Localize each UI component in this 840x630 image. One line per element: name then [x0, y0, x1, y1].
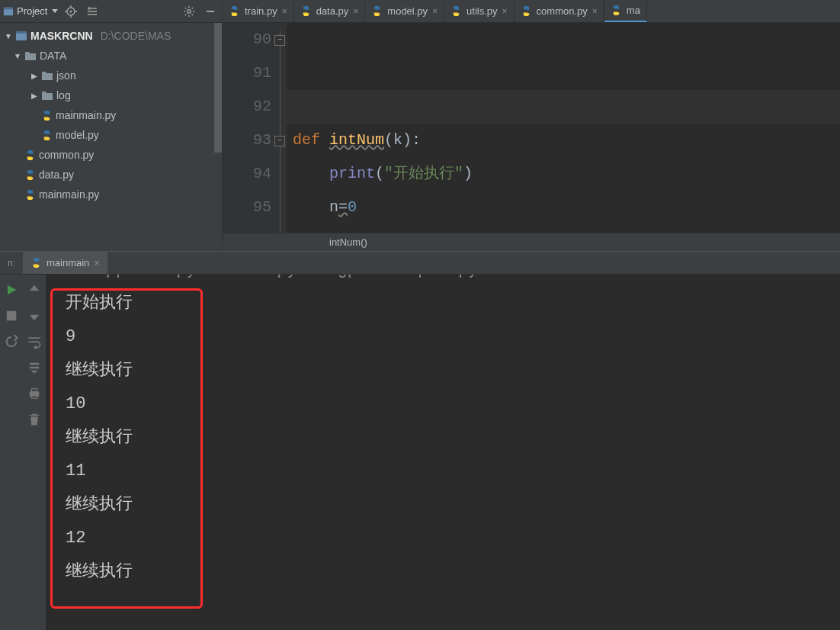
collapse-icon	[86, 5, 98, 18]
tree-label: json	[56, 69, 76, 82]
python-icon	[24, 149, 36, 161]
svg-rect-15	[31, 396, 37, 399]
python-icon	[450, 5, 462, 17]
code-editor[interactable]: − − 909192939495 def intNum(k): print("开…	[223, 23, 840, 251]
console-line: 12	[66, 522, 840, 555]
editor-tabs: train.py×data.py×model.py×utils.py×commo…	[223, 0, 840, 22]
code-line: print("开始执行")	[293, 157, 840, 191]
settings-button[interactable]	[181, 3, 197, 20]
console-command: C:\AppData\python3.6\pythongpu\Scripts\p…	[66, 275, 840, 287]
rerun-button[interactable]	[4, 282, 19, 297]
tree-folder[interactable]: ▶log	[0, 85, 222, 105]
tab-label: common.py	[537, 5, 588, 17]
editor-tab[interactable]: train.py×	[223, 0, 294, 22]
svg-rect-9	[207, 11, 214, 12]
scroll-to-end-button[interactable]	[27, 360, 42, 375]
project-tree-panel: ▼MASKRCNND:\CODE\MAS▼DATA▶json▶logmainma…	[0, 23, 223, 251]
python-icon	[24, 189, 36, 201]
console-line: 11	[66, 455, 840, 488]
soft-wrap-button[interactable]	[27, 334, 42, 349]
chevron-down-icon: ▼	[5, 32, 12, 40]
run-toolbar-left	[0, 275, 23, 630]
locate-button[interactable]	[63, 3, 79, 20]
tree-file[interactable]: model.py	[0, 125, 222, 145]
collapse-all-button[interactable]	[84, 3, 101, 20]
editor-tab[interactable]: model.py×	[365, 0, 444, 22]
svg-point-8	[188, 9, 191, 12]
editor-tab[interactable]: utils.py×	[444, 0, 514, 22]
editor-tab[interactable]: common.py×	[515, 0, 604, 22]
console-line: 继续执行	[66, 421, 840, 455]
project-icon	[3, 6, 14, 17]
print-button[interactable]	[27, 386, 42, 401]
console-output[interactable]: C:\AppData\python3.6\pythongpu\Scripts\p…	[46, 275, 840, 630]
tab-label: model.py	[387, 5, 428, 17]
line-number: 95	[223, 191, 271, 224]
python-icon	[300, 5, 312, 17]
console-line: 继续执行	[66, 488, 840, 522]
python-icon	[521, 5, 532, 17]
scrollbar-thumb[interactable]	[214, 23, 222, 153]
close-icon[interactable]: ×	[592, 6, 598, 17]
python-icon	[30, 257, 42, 268]
tree-label: mainmain.py	[39, 188, 99, 201]
tree-file[interactable]: mainmain.py	[0, 105, 222, 125]
tree-file[interactable]: mainmain.py	[0, 185, 222, 204]
run-toolbar-right	[23, 275, 46, 630]
close-icon[interactable]: ×	[94, 257, 100, 268]
editor-tab[interactable]: ma	[604, 0, 647, 22]
tree-file[interactable]: common.py	[0, 145, 222, 165]
stop-button[interactable]	[4, 308, 19, 323]
svg-rect-11	[16, 31, 27, 34]
console-line: 开始执行	[66, 287, 840, 320]
tab-label: train.py	[245, 5, 277, 17]
minimize-icon	[204, 5, 216, 18]
svg-rect-12	[7, 311, 17, 321]
close-icon[interactable]: ×	[353, 6, 358, 17]
fold-handle[interactable]: −	[274, 35, 285, 46]
line-number: 94	[223, 157, 271, 191]
tree-label: common.py	[39, 149, 94, 161]
run-config-tab[interactable]: mainmain ×	[23, 252, 107, 274]
python-icon	[41, 110, 53, 121]
delete-button[interactable]	[27, 412, 42, 427]
up-arrow-button[interactable]	[27, 282, 42, 297]
tree-root[interactable]: ▼MASKRCNND:\CODE\MAS	[0, 26, 222, 46]
line-number: 91	[223, 56, 271, 90]
run-tab-label: mainmain	[46, 257, 89, 268]
tab-label: data.py	[316, 5, 349, 17]
tree-label: data.py	[39, 169, 74, 181]
module-icon	[15, 30, 27, 42]
python-icon	[229, 5, 240, 17]
tree-folder[interactable]: ▼DATA	[0, 46, 222, 66]
line-number: 90	[223, 23, 271, 56]
project-dropdown[interactable]: Project	[3, 5, 58, 17]
close-icon[interactable]: ×	[502, 6, 508, 17]
tree-file[interactable]: data.py	[0, 165, 222, 185]
editor-breadcrumb[interactable]: intNum()	[223, 233, 840, 251]
chevron-down-icon	[52, 9, 58, 13]
close-icon[interactable]: ×	[432, 6, 438, 17]
tree-folder[interactable]: ▶json	[0, 66, 222, 85]
editor-gutter: − − 909192939495	[223, 23, 287, 233]
hide-panel-button[interactable]	[202, 3, 219, 20]
python-icon	[371, 5, 383, 17]
target-icon	[65, 5, 77, 18]
tree-label: model.py	[56, 129, 99, 141]
folder-icon	[24, 50, 37, 61]
folder-icon	[41, 70, 53, 81]
console-line: 继续执行	[66, 354, 840, 387]
close-icon[interactable]: ×	[282, 6, 287, 17]
gear-icon	[183, 5, 195, 18]
project-name: MASKRCNN	[30, 30, 93, 42]
editor-tab[interactable]: data.py×	[294, 0, 366, 22]
fold-handle[interactable]: −	[274, 136, 285, 146]
code-line: while n<4:	[293, 224, 840, 233]
svg-point-3	[70, 10, 72, 12]
run-panel-label: n:	[0, 258, 23, 268]
project-panel-header: Project	[0, 0, 223, 22]
console-line: 继续执行	[66, 555, 840, 589]
restart-button[interactable]	[4, 334, 19, 349]
down-arrow-button[interactable]	[27, 308, 42, 323]
project-path: D:\CODE\MAS	[101, 30, 172, 42]
